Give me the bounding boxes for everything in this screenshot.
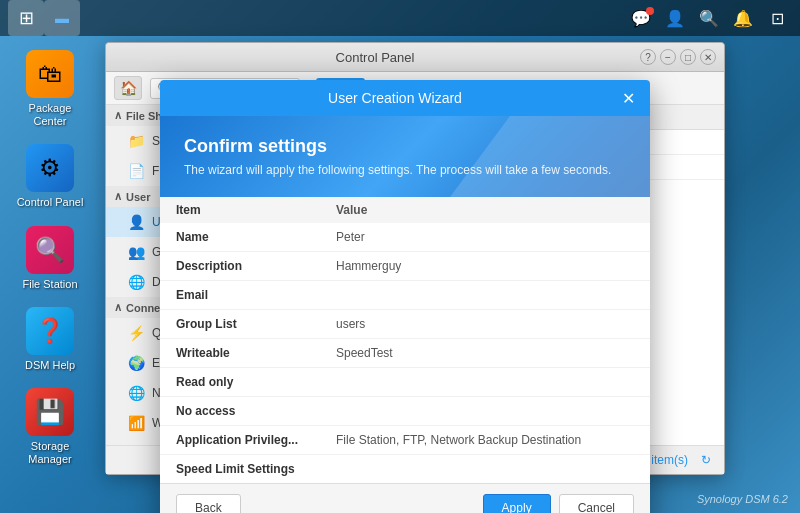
wizard-table-row: Speed Limit Settings bbox=[160, 455, 650, 484]
apply-button[interactable]: Apply bbox=[483, 494, 551, 513]
wizard-table-row: DescriptionHammerguy bbox=[160, 252, 650, 281]
wizard-title: User Creation Wizard bbox=[172, 90, 618, 106]
wizard-dialog: User Creation Wizard ✕ Confirm settings … bbox=[160, 80, 650, 513]
wizard-item-cell: Read only bbox=[160, 368, 320, 397]
wizard-table-row: Application Privileg...File Station, FTP… bbox=[160, 426, 650, 455]
dsm-help-label: DSM Help bbox=[25, 359, 75, 372]
widget-icon[interactable]: ⊡ bbox=[762, 3, 792, 33]
taskbar-right: 💬 👤 🔍 🔔 ⊡ bbox=[626, 3, 800, 33]
wizard-value-cell: File Station, FTP, Network Backup Destin… bbox=[320, 426, 650, 455]
wizard-close-button[interactable]: ✕ bbox=[618, 88, 638, 108]
wizard-item-cell: Application Privileg... bbox=[160, 426, 320, 455]
wizard-table-row: Email bbox=[160, 281, 650, 310]
package-center-label: Package Center bbox=[14, 102, 86, 128]
wizard-table-row: WriteableSpeedTest bbox=[160, 339, 650, 368]
wizard-item-cell: Speed Limit Settings bbox=[160, 455, 320, 484]
search-icon[interactable]: 🔍 bbox=[694, 3, 724, 33]
user-icon[interactable]: 👤 bbox=[660, 3, 690, 33]
wizard-table-row: Group Listusers bbox=[160, 310, 650, 339]
package-center-icon[interactable]: 🛍 Package Center bbox=[10, 46, 90, 132]
security-icon: 🔒 bbox=[126, 443, 146, 445]
desktop: 🛍 Package Center ⚙ Control Panel 🔍 File … bbox=[0, 36, 100, 513]
storage-manager-icon[interactable]: 💾 Storage Manager bbox=[10, 384, 90, 470]
wizard-value-cell: SpeedTest bbox=[320, 339, 650, 368]
file-station-icon[interactable]: 🔍 File Station bbox=[10, 222, 90, 295]
group-icon: 👥 bbox=[126, 242, 146, 262]
chat-badge bbox=[646, 7, 654, 15]
wizard-item-cell: No access bbox=[160, 397, 320, 426]
control-panel-desktop-icon[interactable]: ⚙ Control Panel bbox=[10, 140, 90, 213]
taskbar-apps: ⊞ ▬ bbox=[0, 0, 80, 36]
wizard-table-row: No access bbox=[160, 397, 650, 426]
dsm-help-icon[interactable]: ❓ DSM Help bbox=[10, 303, 90, 376]
wizard-item-cell: Writeable bbox=[160, 339, 320, 368]
cp-minimize-button[interactable]: − bbox=[660, 49, 676, 65]
control-panel-taskbar-button[interactable]: ▬ bbox=[44, 0, 80, 36]
wizard-value-cell: users bbox=[320, 310, 650, 339]
cp-home-button[interactable]: 🏠 bbox=[114, 76, 142, 100]
wizard-settings-table: Item Value NamePeterDescriptionHammerguy… bbox=[160, 197, 650, 483]
wizard-body: Item Value NamePeterDescriptionHammerguy… bbox=[160, 197, 650, 483]
chevron-icon: ∧ bbox=[114, 301, 122, 314]
domain-icon: 🌐 bbox=[126, 272, 146, 292]
notification-icon[interactable]: 🔔 bbox=[728, 3, 758, 33]
wizard-value-cell bbox=[320, 455, 650, 484]
taskbar: ⊞ ▬ 💬 👤 🔍 🔔 ⊡ bbox=[0, 0, 800, 36]
apps-grid-button[interactable]: ⊞ bbox=[8, 0, 44, 36]
wizard-item-cell: Group List bbox=[160, 310, 320, 339]
wizard-value-cell bbox=[320, 397, 650, 426]
external-icon: 🌍 bbox=[126, 353, 146, 373]
user-icon: 👤 bbox=[126, 212, 146, 232]
cp-help-button[interactable]: ? bbox=[640, 49, 656, 65]
wizard-titlebar: User Creation Wizard ✕ bbox=[160, 80, 650, 116]
refresh-button[interactable]: ↻ bbox=[696, 450, 716, 470]
cancel-button[interactable]: Cancel bbox=[559, 494, 634, 513]
wizard-col-value-header: Value bbox=[320, 197, 650, 223]
wizard-item-cell: Name bbox=[160, 223, 320, 252]
wizard-table-row: Read only bbox=[160, 368, 650, 397]
wizard-value-cell: Hammerguy bbox=[320, 252, 650, 281]
wizard-item-cell: Email bbox=[160, 281, 320, 310]
wizard-header: Confirm settings The wizard will apply t… bbox=[160, 116, 650, 197]
file-station-label: File Station bbox=[22, 278, 77, 291]
cp-titlebar: Control Panel ? − □ ✕ bbox=[106, 43, 724, 72]
cp-title: Control Panel bbox=[114, 50, 636, 65]
wizard-value-cell: Peter bbox=[320, 223, 650, 252]
chevron-icon: ∧ bbox=[114, 190, 122, 203]
wizard-value-cell bbox=[320, 368, 650, 397]
back-button[interactable]: Back bbox=[176, 494, 241, 513]
synology-brand: Synology DSM 6.2 bbox=[697, 493, 788, 505]
cp-close-button[interactable]: ✕ bbox=[700, 49, 716, 65]
wireless-icon: 📶 bbox=[126, 413, 146, 433]
wizard-footer: Back Apply Cancel bbox=[160, 483, 650, 513]
control-panel-label: Control Panel bbox=[17, 196, 84, 209]
network-icon: 🌐 bbox=[126, 383, 146, 403]
wizard-item-cell: Description bbox=[160, 252, 320, 281]
cp-maximize-button[interactable]: □ bbox=[680, 49, 696, 65]
chat-icon[interactable]: 💬 bbox=[626, 3, 656, 33]
chevron-icon: ∧ bbox=[114, 109, 122, 122]
wizard-header-decoration bbox=[450, 116, 650, 197]
quickconnect-icon: ⚡ bbox=[126, 323, 146, 343]
wizard-value-cell bbox=[320, 281, 650, 310]
storage-manager-label: Storage Manager bbox=[14, 440, 86, 466]
shared-folders-icon: 📁 bbox=[126, 131, 146, 151]
file-services-icon: 📄 bbox=[126, 161, 146, 181]
wizard-col-item-header: Item bbox=[160, 197, 320, 223]
wizard-table-row: NamePeter bbox=[160, 223, 650, 252]
